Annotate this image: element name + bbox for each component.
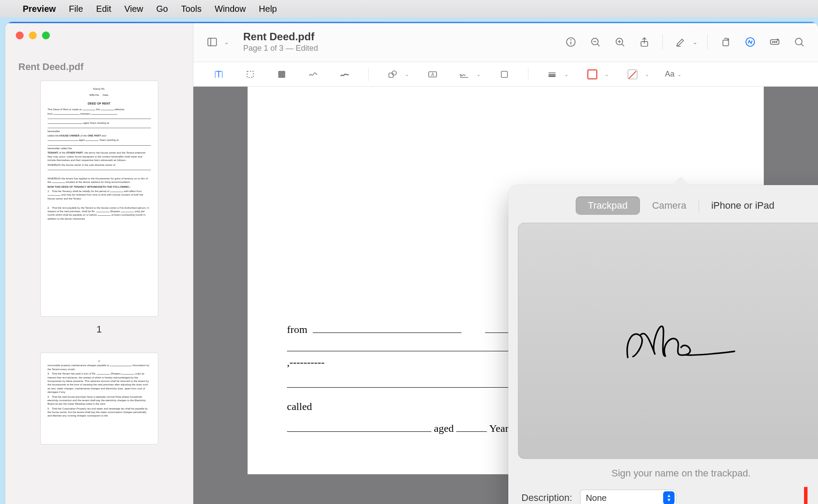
word-aged: aged [434,423,454,434]
page-number-label: 1 [5,324,193,335]
thumbnail-sidebar: Rent Deed.pdf Stamp Rs. WBL/No. Date. DE… [5,22,193,504]
title-block: Rent Deed.pdf Page 1 of 3 — Edited [243,31,555,53]
text-style-tool[interactable]: Aa⌄ [665,70,682,79]
tab-trackpad[interactable]: Trackpad [576,196,640,215]
fill-color-chevron-icon[interactable]: ⌄ [645,71,649,77]
signature-chevron-icon[interactable]: ⌄ [476,71,481,77]
menu-file[interactable]: File [69,4,83,14]
tab-camera[interactable]: Camera [640,196,699,215]
svg-point-20 [795,38,802,45]
svg-point-4 [570,39,571,40]
tab-iphone-ipad[interactable]: iPhone or iPad [699,196,787,215]
text-box-tool[interactable]: A [425,66,440,82]
svg-point-18 [774,41,775,42]
description-label: Description: [521,492,572,504]
border-color-chevron-icon[interactable]: ⌄ [605,71,609,77]
border-color-tool[interactable] [584,66,600,82]
menu-help[interactable]: Help [259,4,277,14]
svg-line-21 [801,44,803,46]
signature-drawing [620,315,742,367]
window-controls [5,32,193,49]
fill-color-tool[interactable] [625,66,640,82]
draw-tool[interactable] [337,66,353,82]
menu-view[interactable]: View [124,4,143,14]
svg-rect-0 [208,38,217,46]
menu-bar: Preview File Edit View Go Tools Window H… [0,0,818,18]
text-selection-tool[interactable] [211,66,227,82]
description-select[interactable]: None ▲▼ [580,490,676,504]
svg-point-17 [773,41,773,42]
word-called: called [287,401,312,412]
markup-button[interactable] [742,34,759,50]
markup-toolbar: ⌄ A ⌄ ⌄ ⌄ ⌄ Aa⌄ [193,62,818,87]
shape-style-tool[interactable] [544,66,560,82]
menu-tools[interactable]: Tools [181,4,202,14]
sidebar-menu-chevron-icon[interactable]: ⌄ [224,38,229,46]
sidebar-toggle-button[interactable] [204,34,220,50]
menu-edit[interactable]: Edit [96,4,111,14]
svg-rect-25 [278,71,285,78]
zoom-window-button[interactable] [42,32,50,39]
rotate-button[interactable] [717,34,734,50]
svg-point-19 [776,41,777,42]
word-from: from [287,324,308,335]
search-button[interactable] [791,34,808,50]
redact-tool[interactable] [274,66,290,82]
minimize-window-button[interactable] [29,32,37,39]
signature-tool[interactable] [456,66,472,82]
signature-instruction: Sign your name on the trackpad. [508,468,818,479]
document-title: Rent Deed.pdf [243,31,555,43]
highlight-button[interactable] [672,34,689,50]
signature-source-tabs: Trackpad Camera iPhone or iPad [576,196,787,215]
highlight-menu-chevron-icon[interactable]: ⌄ [692,38,698,46]
svg-line-6 [597,44,599,46]
document-viewport[interactable]: effective from , ,---------- residing [193,87,818,504]
note-tool[interactable] [496,66,512,82]
info-button[interactable] [563,34,579,50]
page-thumbnail-2[interactable]: 2 immovable property maintenance charges… [40,353,158,444]
svg-rect-14 [723,40,729,46]
svg-rect-26 [389,73,393,77]
document-subtitle: Page 1 of 3 — Edited [243,44,555,53]
sketch-tool[interactable] [305,66,321,82]
share-button[interactable] [636,34,653,50]
svg-rect-24 [247,71,253,77]
svg-rect-31 [501,71,507,77]
close-window-button[interactable] [16,32,24,39]
shape-style-chevron-icon[interactable]: ⌄ [564,71,569,77]
description-value: None [586,493,607,503]
rect-selection-tool[interactable] [242,66,258,82]
signature-popover: Trackpad Camera iPhone or iPad Sign your… [508,185,818,504]
preview-window: Rent Deed.pdf Stamp Rs. WBL/No. Date. DE… [5,22,818,504]
sidebar-document-title: Rent Deed.pdf [5,49,193,80]
main-toolbar: ⌄ Rent Deed.pdf Page 1 of 3 — Edited ⌄ [193,22,818,62]
menu-go[interactable]: Go [156,4,168,14]
zoom-in-button[interactable] [612,34,628,50]
annotation-arrow [797,485,815,504]
shapes-tool[interactable] [385,66,400,82]
svg-text:A: A [431,72,434,77]
app-name[interactable]: Preview [23,4,56,14]
shapes-chevron-icon[interactable]: ⌄ [405,71,409,77]
select-stepper-icon: ▲▼ [663,491,675,504]
zoom-out-button[interactable] [587,34,604,50]
signature-canvas[interactable] [518,223,818,459]
svg-line-9 [622,44,624,46]
menu-window[interactable]: Window [215,4,246,14]
page-thumbnail-1[interactable]: Stamp Rs. WBL/No. Date. DEED OF RENT Thi… [40,80,158,317]
form-fill-button[interactable] [766,34,783,50]
